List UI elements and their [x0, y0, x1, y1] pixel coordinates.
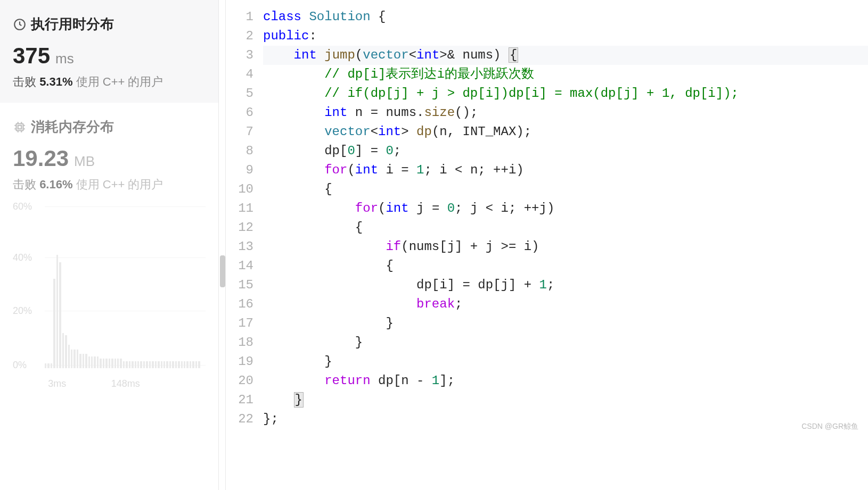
- chart-bar[interactable]: [114, 359, 116, 368]
- chart-bar[interactable]: [169, 361, 171, 368]
- chart-bar[interactable]: [158, 361, 159, 368]
- chart-bar[interactable]: [83, 354, 84, 368]
- code-line[interactable]: if(nums[j] + j >= i): [263, 237, 868, 256]
- chart-bar[interactable]: [79, 354, 81, 368]
- memory-title: 消耗内存分布: [13, 118, 206, 136]
- chart-bar[interactable]: [192, 361, 194, 368]
- code-line[interactable]: for(int i = 1; i < n; ++i): [263, 161, 868, 180]
- chart-bar[interactable]: [109, 359, 110, 368]
- code-line[interactable]: }: [263, 314, 868, 333]
- chart-bar[interactable]: [65, 335, 67, 368]
- memory-beat-line: 击败 6.16% 使用 C++ 的用户: [13, 177, 206, 193]
- code-line[interactable]: // if(dp[j] + j > dp[i])dp[i] = max(dp[j…: [263, 84, 868, 103]
- chart-bar[interactable]: [47, 363, 49, 368]
- chart-bar[interactable]: [45, 363, 46, 368]
- code-line[interactable]: }: [263, 352, 868, 371]
- chart-bar[interactable]: [195, 361, 197, 368]
- code-line[interactable]: return dp[n - 1];: [263, 371, 868, 391]
- memory-beat-rest: 使用 C++ 的用户: [73, 178, 163, 191]
- chart-bar[interactable]: [73, 350, 75, 368]
- code-line[interactable]: vector<int> dp(n, INT_MAX);: [263, 122, 868, 142]
- chart-bar[interactable]: [77, 350, 78, 368]
- code-line[interactable]: int n = nums.size();: [263, 103, 868, 122]
- chart-bar[interactable]: [51, 363, 52, 368]
- code-line[interactable]: {: [263, 180, 868, 199]
- chart-bar[interactable]: [137, 361, 139, 368]
- chart-bar[interactable]: [105, 359, 107, 368]
- code-line[interactable]: }: [263, 333, 868, 352]
- code-line[interactable]: {: [263, 218, 868, 237]
- memory-distribution-chart[interactable]: 60%40%20%0% 3ms148ms: [13, 203, 206, 389]
- chart-bar[interactable]: [198, 361, 200, 368]
- code-line[interactable]: public:: [263, 27, 868, 46]
- code-line[interactable]: for(int j = 0; j < i; ++j): [263, 199, 868, 218]
- chart-bar[interactable]: [126, 361, 127, 368]
- chart-bar[interactable]: [186, 361, 188, 368]
- chart-bar[interactable]: [91, 356, 93, 368]
- chart-bar[interactable]: [190, 361, 191, 368]
- chart-bar[interactable]: [62, 333, 64, 368]
- chart-bar[interactable]: [68, 345, 70, 368]
- chart-bar[interactable]: [143, 361, 145, 368]
- chart-bar[interactable]: [152, 361, 153, 368]
- chart-bar[interactable]: [163, 361, 165, 368]
- line-number: 12: [226, 218, 253, 237]
- code-line[interactable]: dp[0] = 0;: [263, 142, 868, 161]
- code-line[interactable]: };: [263, 410, 868, 429]
- chart-bar[interactable]: [71, 350, 72, 368]
- chart-bar[interactable]: [129, 361, 130, 368]
- chart-bar[interactable]: [56, 255, 58, 368]
- line-number: 9: [226, 161, 253, 180]
- runtime-beat-line: 击败 5.31% 使用 C++ 的用户: [13, 74, 206, 90]
- code-line[interactable]: break;: [263, 295, 868, 314]
- chart-bar[interactable]: [166, 361, 168, 368]
- chart-bar[interactable]: [132, 361, 133, 368]
- divider-thumb[interactable]: [220, 255, 225, 287]
- chart-bar[interactable]: [184, 361, 185, 368]
- pane-divider[interactable]: [218, 0, 226, 490]
- chart-bar[interactable]: [175, 361, 177, 368]
- chart-bar[interactable]: [85, 354, 87, 368]
- code-line[interactable]: dp[i] = dp[j] + 1;: [263, 276, 868, 295]
- chart-bar[interactable]: [161, 361, 162, 368]
- chart-bar[interactable]: [123, 361, 125, 368]
- line-number: 14: [226, 256, 253, 276]
- chart-bar[interactable]: [111, 359, 113, 368]
- memory-beat-pct: 6.16%: [39, 178, 72, 191]
- chart-bar[interactable]: [120, 359, 121, 368]
- code-line[interactable]: int jump(vector<int>& nums) {: [263, 46, 868, 65]
- chart-bar[interactable]: [149, 361, 151, 368]
- runtime-section[interactable]: 执行用时分布 375 ms 击败 5.31% 使用 C++ 的用户: [0, 0, 218, 103]
- chart-bar[interactable]: [181, 361, 183, 368]
- code-line[interactable]: class Solution {: [263, 7, 868, 27]
- line-number: 22: [226, 410, 253, 429]
- chart-bar[interactable]: [100, 359, 101, 368]
- line-number: 5: [226, 84, 253, 103]
- chart-bar[interactable]: [172, 361, 174, 368]
- line-number: 11: [226, 199, 253, 218]
- runtime-unit: ms: [55, 51, 74, 67]
- chart-bar[interactable]: [94, 356, 95, 368]
- line-number: 20: [226, 371, 253, 391]
- code-area[interactable]: class Solution {public: int jump(vector<…: [263, 7, 868, 490]
- chart-bar[interactable]: [97, 356, 99, 368]
- chart-bar[interactable]: [140, 361, 142, 368]
- chart-bar[interactable]: [155, 361, 157, 368]
- chart-bar[interactable]: [146, 361, 148, 368]
- line-number: 18: [226, 333, 253, 352]
- chart-bar[interactable]: [178, 361, 179, 368]
- chart-bar[interactable]: [103, 359, 104, 368]
- chart-bar[interactable]: [88, 356, 90, 368]
- code-editor[interactable]: 12345678910111213141516171819202122 clas…: [226, 0, 868, 490]
- chart-bar[interactable]: [135, 361, 136, 368]
- code-line[interactable]: }: [263, 391, 868, 410]
- chart-bar[interactable]: [53, 279, 55, 368]
- chart-ylabel: 40%: [13, 252, 32, 263]
- chart-bar[interactable]: [117, 359, 119, 368]
- code-line[interactable]: // dp[i]表示到达i的最小跳跃次数: [263, 65, 868, 84]
- chart-xlabel: 3ms: [48, 378, 66, 389]
- memory-section[interactable]: 消耗内存分布 19.23 MB 击败 6.16% 使用 C++ 的用户 60%4…: [0, 103, 218, 402]
- chart-bar[interactable]: [59, 262, 61, 368]
- chart-bars: [45, 203, 200, 368]
- code-line[interactable]: {: [263, 256, 868, 276]
